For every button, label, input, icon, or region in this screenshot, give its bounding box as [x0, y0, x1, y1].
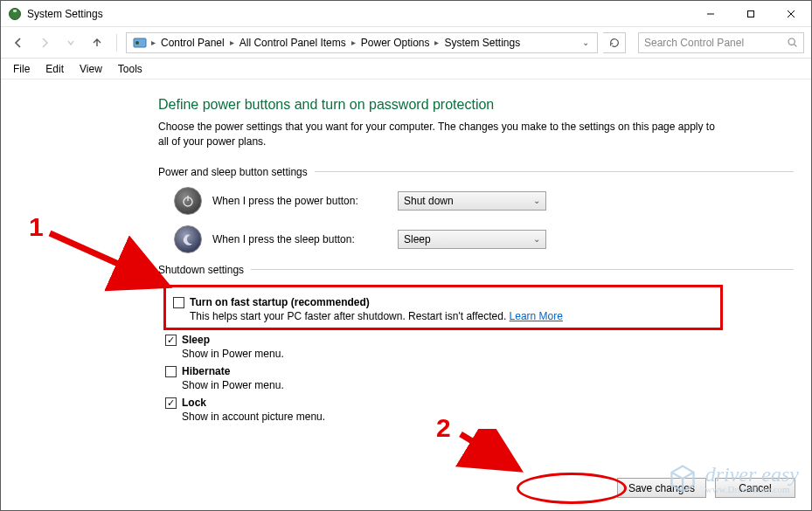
checkbox-hibernate-row: Hibernate [165, 365, 794, 377]
chevron-down-icon[interactable]: ⌄ [578, 38, 593, 47]
sleep-label: Sleep [182, 334, 210, 346]
checkbox-lock-row: Lock [165, 397, 794, 409]
lock-desc: Show in account picture menu. [182, 411, 794, 423]
breadcrumb-item[interactable]: All Control Panel Items [236, 35, 350, 51]
menu-view[interactable]: View [73, 61, 109, 77]
recent-dropdown-icon[interactable] [60, 32, 81, 53]
svg-line-9 [795, 45, 797, 47]
content-pane: Define power buttons and turn on passwor… [1, 81, 811, 510]
window-title: System Settings [27, 8, 103, 20]
breadcrumb[interactable]: ▸ Control Panel ▸ All Control Panel Item… [126, 32, 598, 53]
chevron-down-icon: ⌄ [533, 196, 540, 205]
refresh-button[interactable] [603, 32, 626, 53]
chevron-right-icon: ▸ [433, 38, 441, 47]
sleep-desc: Show in Power menu. [182, 348, 794, 360]
fast-startup-label: Turn on fast startup (recommended) [190, 296, 370, 308]
menu-tools[interactable]: Tools [111, 61, 149, 77]
back-button[interactable] [8, 32, 29, 53]
chevron-right-icon: ▸ [228, 38, 236, 47]
svg-point-8 [788, 38, 795, 45]
power-button-value: Shut down [404, 195, 454, 207]
page-subtext: Choose the power settings that you want … [158, 120, 718, 150]
cancel-button[interactable]: Cancel [715, 478, 795, 498]
svg-point-7 [135, 41, 139, 45]
sleep-button-dropdown[interactable]: Sleep ⌄ [398, 230, 546, 249]
search-input[interactable]: Search Control Panel [638, 32, 804, 53]
menu-bar: File Edit View Tools [1, 59, 811, 79]
hibernate-desc: Show in Power menu. [182, 379, 794, 391]
close-button[interactable] [771, 1, 811, 27]
title-bar: System Settings [1, 1, 811, 27]
breadcrumb-item[interactable]: Power Options [357, 35, 434, 51]
breadcrumb-item[interactable]: System Settings [441, 35, 524, 51]
svg-rect-1 [13, 10, 17, 12]
footer-buttons: Save changes Cancel [617, 478, 795, 498]
minimize-button[interactable] [691, 1, 731, 27]
checkbox-lock[interactable] [165, 397, 177, 409]
menu-file[interactable]: File [6, 61, 37, 77]
power-button-row: When I press the power button: Shut down… [174, 187, 794, 215]
save-changes-button[interactable]: Save changes [617, 478, 706, 498]
svg-rect-3 [748, 10, 754, 17]
checkbox-fast-startup[interactable] [173, 297, 184, 308]
page-heading: Define power buttons and turn on passwor… [158, 97, 794, 113]
nav-bar: ▸ Control Panel ▸ All Control Panel Item… [1, 27, 811, 59]
breadcrumb-item[interactable]: Control Panel [157, 35, 228, 51]
search-icon [787, 37, 798, 48]
maximize-button[interactable] [731, 1, 771, 27]
checkbox-fast-startup-row: Turn on fast startup (recommended) [173, 296, 713, 308]
lock-label: Lock [182, 397, 206, 409]
chevron-right-icon: ▸ [149, 38, 157, 47]
power-button-label: When I press the power button: [212, 195, 387, 207]
chevron-down-icon: ⌄ [533, 234, 540, 244]
chevron-right-icon: ▸ [350, 38, 357, 47]
search-placeholder: Search Control Panel [644, 37, 744, 49]
power-button-dropdown[interactable]: Shut down ⌄ [398, 191, 546, 211]
power-icon [174, 187, 202, 215]
fast-startup-desc: This helps start your PC faster after sh… [190, 310, 510, 322]
group-shutdown: Shutdown settings [158, 264, 794, 276]
learn-more-link[interactable]: Learn More [510, 310, 563, 322]
sleep-button-row: When I press the sleep button: Sleep ⌄ [174, 225, 794, 253]
checkbox-sleep-row: Sleep [165, 334, 794, 346]
checkbox-sleep[interactable] [165, 335, 177, 346]
forward-button[interactable] [34, 32, 55, 53]
group-power-sleep: Power and sleep button settings [158, 166, 794, 178]
sleep-button-value: Sleep [404, 233, 431, 245]
annotation-highlight-box: Turn on fast startup (recommended) This … [163, 285, 723, 330]
up-button[interactable] [87, 32, 108, 53]
sleep-icon [174, 225, 202, 253]
menu-edit[interactable]: Edit [38, 61, 71, 77]
control-panel-icon [132, 35, 148, 51]
checkbox-hibernate[interactable] [165, 366, 177, 377]
sleep-button-label: When I press the sleep button: [212, 233, 387, 245]
app-icon [8, 7, 22, 21]
hibernate-label: Hibernate [182, 365, 230, 377]
